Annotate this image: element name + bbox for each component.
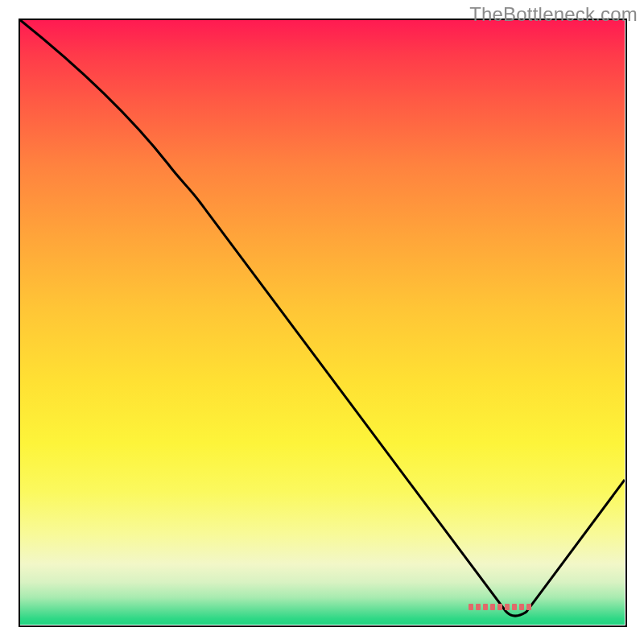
watermark-text: TheBottleneck.com <box>469 3 638 26</box>
marker-tick <box>490 604 495 610</box>
marker-tick <box>469 604 473 610</box>
optimal-range-marker <box>469 604 531 610</box>
marker-tick <box>497 604 502 610</box>
marker-tick <box>519 604 524 610</box>
curve-path <box>19 19 625 616</box>
marker-tick <box>512 604 517 610</box>
marker-tick <box>505 604 510 610</box>
marker-tick <box>476 604 481 610</box>
chart-line <box>19 19 625 625</box>
chart-frame <box>19 19 625 625</box>
marker-tick <box>483 604 488 610</box>
marker-tick <box>526 604 531 610</box>
